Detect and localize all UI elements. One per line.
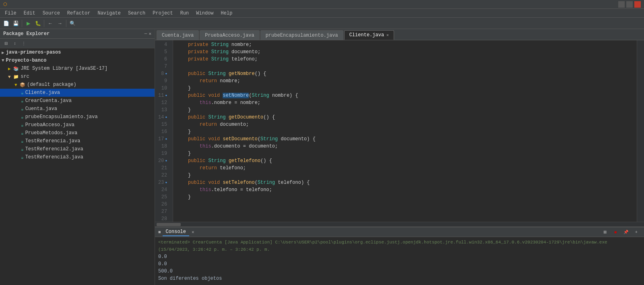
tree-item-pruebaacceso-java[interactable]: ☕PruebaAcceso.java xyxy=(0,121,155,129)
console-stop[interactable]: ■ xyxy=(611,228,620,237)
code-line-11: public void setNombre(String nombre) { xyxy=(176,92,637,99)
code-line-10: } xyxy=(176,85,637,92)
sidebar-toolbar: ⊟ ↕ ⋮ xyxy=(0,39,155,48)
tree-item-java-primeros-pasos[interactable]: ▶java-primeros-pasos xyxy=(0,48,155,56)
code-line-26 xyxy=(176,201,637,208)
editor-area: Cuenta.javaPruebaAcceso.javaprubeEncapsu… xyxy=(155,29,644,285)
minimize-button[interactable] xyxy=(618,1,625,8)
console-line: 0.0 xyxy=(158,253,641,260)
sidebar-link-editor[interactable]: ↕ xyxy=(10,39,19,48)
menu-bar: FileEditSourceRefactorNavigateSearchProj… xyxy=(0,9,644,18)
console-pin[interactable]: 📌 xyxy=(621,228,630,237)
toolbar-forward[interactable]: → xyxy=(56,19,64,28)
code-line-22: } xyxy=(176,172,637,179)
tree-label-testreferencia-java: TestReferencia.java xyxy=(25,138,80,144)
tree-item-src[interactable]: ▼ 📁src xyxy=(0,73,155,81)
tree-item-cliente-java[interactable]: ☕Cliente.java xyxy=(0,89,155,97)
tab-Cuenta-java[interactable]: Cuenta.java xyxy=(157,30,199,40)
maximize-button[interactable] xyxy=(626,1,633,8)
line-num-28: 28 xyxy=(158,215,169,222)
toolbar-run[interactable]: ▶ xyxy=(24,19,33,28)
tree-label-prubeencapsulamiento-java: prubeEncapsulamiento.java xyxy=(25,114,98,120)
tab-prubeEncapsulamiento-java[interactable]: prubeEncapsulamiento.java xyxy=(260,30,343,40)
menu-window[interactable]: Window xyxy=(193,9,217,17)
console-line: Son diferentes objetos xyxy=(158,275,641,282)
toolbar-new[interactable]: 📄 xyxy=(2,19,10,28)
console-terminated-text: <terminated> CrearCuenta [Java Applicati… xyxy=(158,239,641,253)
tree-icon-cliente-java: ☕ xyxy=(21,90,24,96)
menu-edit[interactable]: Edit xyxy=(21,9,39,17)
tree-icon-crearcuenta-java: ☕ xyxy=(21,98,24,104)
tree-item-prubeencapsulamiento-java[interactable]: ☕prubeEncapsulamiento.java xyxy=(0,113,155,121)
horizontal-scrollbar[interactable] xyxy=(155,222,644,227)
tree-icon-default-package: ▼ 📦 xyxy=(14,82,25,87)
tree-label-cuenta-java: Cuenta.java xyxy=(25,106,57,112)
console-clear[interactable]: ⊠ xyxy=(601,228,609,237)
menu-refactor[interactable]: Refactor xyxy=(64,9,94,17)
menu-help[interactable]: Help xyxy=(218,9,236,17)
tree-item-cuenta-java[interactable]: ☕Cuenta.java xyxy=(0,105,155,113)
tab-close-icon[interactable]: ✕ xyxy=(386,33,389,37)
sidebar-title: Package Explorer xyxy=(3,31,50,37)
line-num-16: 16 xyxy=(158,128,169,135)
console-new[interactable]: + xyxy=(632,228,641,237)
minimap xyxy=(637,40,644,222)
console-tab-bar: ■ Console ✕ ⊠ ■ 📌 + xyxy=(155,227,644,237)
tree-item-crearcuenta-java[interactable]: ☕CrearCuenta.java xyxy=(0,97,155,105)
code-content[interactable]: private String nombre; private String do… xyxy=(173,40,637,222)
sidebar-close-icon[interactable]: ✕ xyxy=(149,31,151,36)
eclipse-icon: ⬡ xyxy=(3,2,7,7)
code-line-8: public String getNombre() { xyxy=(176,70,637,77)
toolbar-search[interactable]: 🔍 xyxy=(68,19,77,28)
code-line-9: return nombre; xyxy=(176,77,637,85)
tree-item-testreferencia2-java[interactable]: ☕TestReferencia2.java xyxy=(0,145,155,153)
menu-project[interactable]: Project xyxy=(149,9,176,17)
menu-file[interactable]: File xyxy=(2,9,20,17)
tree-item-jre-system[interactable]: ▶ 📚JRE System Library [JavaSE-17] xyxy=(0,64,155,73)
menu-navigate[interactable]: Navigate xyxy=(94,9,124,17)
tree-icon-testreferencia3-java: ☕ xyxy=(21,155,24,160)
tree-icon-testreferencia-java: ☕ xyxy=(21,139,24,144)
tree-label-crearcuenta-java: CrearCuenta.java xyxy=(25,98,72,104)
menu-search[interactable]: Search xyxy=(125,9,149,17)
line-num-11: 11 xyxy=(158,92,169,99)
tree-item-testreferencia-java[interactable]: ☕TestReferencia.java xyxy=(0,137,155,145)
tree-item-pruebareferencia-java[interactable]: ☕PruebaMetodos.java xyxy=(0,129,155,137)
toolbar: 📄 💾 ▶ 🐛 ← → 🔍 xyxy=(0,18,644,29)
tree-item-proyecto-banco[interactable]: ▼Proyecto-banco xyxy=(0,56,155,64)
toolbar-save[interactable]: 💾 xyxy=(11,19,20,28)
tree-item-testreferencia3-java[interactable]: ☕TestReferencia3.java xyxy=(0,153,155,161)
sidebar-tree: ▶java-primeros-pasos▼Proyecto-banco▶ 📚JR… xyxy=(0,48,155,285)
toolbar-separator-3 xyxy=(66,20,66,27)
console-tab[interactable]: Console xyxy=(163,228,189,236)
menu-source[interactable]: Source xyxy=(39,9,63,17)
code-editor[interactable]: 4567891011121314151617181920212223242526… xyxy=(155,40,637,222)
line-num-26: 26 xyxy=(158,201,169,208)
tree-label-testreferencia2-java: TestReferencia2.java xyxy=(25,146,83,152)
tree-icon-cuenta-java: ☕ xyxy=(21,106,24,112)
tab-label: prubeEncapsulamiento.java xyxy=(266,33,338,38)
editor-tab-bar: Cuenta.javaPruebaAcceso.javaprubeEncapsu… xyxy=(155,29,644,40)
code-line-12: this.nombre = nombre; xyxy=(176,99,637,106)
close-button[interactable] xyxy=(634,1,641,8)
toolbar-debug[interactable]: 🐛 xyxy=(33,19,42,28)
console-close-icon[interactable]: ✕ xyxy=(192,229,194,235)
code-line-14: public String getDocumento() { xyxy=(176,114,637,121)
tab-PruebaAcceso-java[interactable]: PruebaAcceso.java xyxy=(200,30,259,40)
toolbar-back[interactable]: ← xyxy=(46,19,55,28)
menu-run[interactable]: Run xyxy=(177,9,192,17)
code-line-18: this.documento = documento; xyxy=(176,143,637,150)
code-line-17: public void setDocumento(String document… xyxy=(176,135,637,143)
tab-Cliente-java[interactable]: Cliente.java✕ xyxy=(344,30,394,40)
sidebar-collapse-all[interactable]: ⊟ xyxy=(2,39,10,48)
console-icon: ■ xyxy=(158,230,161,235)
sidebar-minimize-icon[interactable]: — xyxy=(144,31,147,36)
tree-item-default-package[interactable]: ▼ 📦(default package) xyxy=(0,81,155,89)
line-num-6: 6 xyxy=(158,56,169,63)
line-num-27: 27 xyxy=(158,208,169,215)
line-num-17: 17 xyxy=(158,135,169,143)
tree-label-java-primeros-pasos: java-primeros-pasos xyxy=(6,50,61,55)
sidebar-menu[interactable]: ⋮ xyxy=(19,39,28,48)
code-line-13: } xyxy=(176,106,637,114)
tree-label-proyecto-banco: Proyecto-banco xyxy=(6,58,47,63)
